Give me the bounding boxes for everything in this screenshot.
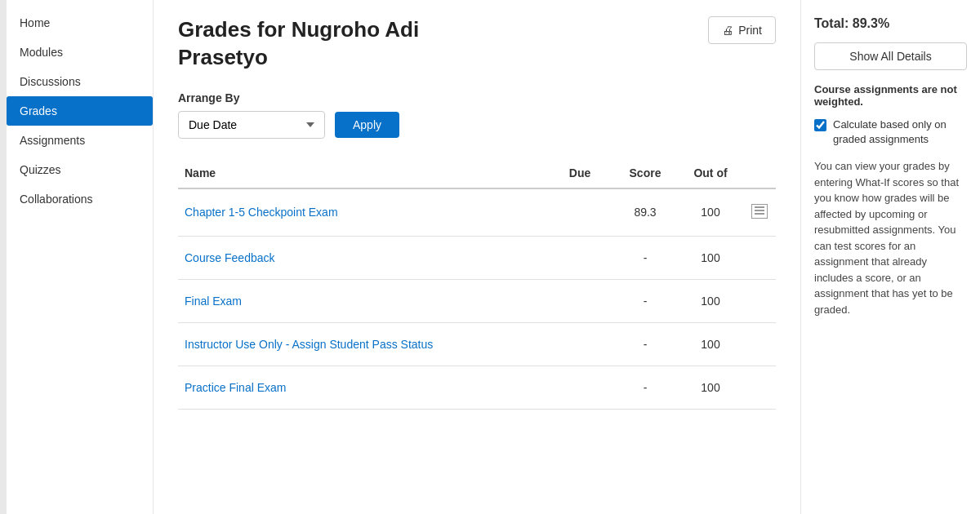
page-title-line1: Grades for Nugroho Adi bbox=[178, 17, 419, 42]
print-icon: 🖨 bbox=[722, 24, 733, 37]
sidebar-item-quizzes[interactable]: Quizzes bbox=[7, 155, 153, 184]
arrange-by-controls: Due Date Assignment Name Assignment Grou… bbox=[178, 111, 776, 139]
action-cell-3 bbox=[743, 322, 776, 366]
assignment-link-practice-final[interactable]: Practice Final Exam bbox=[185, 381, 286, 394]
page-title-line2: Prasetyo bbox=[178, 45, 268, 69]
sidebar-item-discussions[interactable]: Discussions bbox=[7, 67, 153, 96]
sidebar-item-home[interactable]: Home bbox=[7, 8, 153, 38]
score-cell-1: - bbox=[612, 236, 678, 279]
score-cell-4: - bbox=[612, 366, 678, 409]
grades-table-body: Chapter 1-5 Checkpoint Exam 89.3 100 Cou… bbox=[178, 188, 776, 410]
due-cell-1 bbox=[547, 236, 612, 279]
arrange-by-label: Arrange By bbox=[178, 91, 776, 104]
due-cell-2 bbox=[547, 279, 612, 322]
navigation-sidebar: Home Modules Discussions Grades Assignme… bbox=[7, 0, 154, 514]
calculate-checkbox[interactable] bbox=[814, 119, 826, 131]
what-if-icon[interactable] bbox=[751, 204, 768, 219]
assignment-name-cell: Chapter 1-5 Checkpoint Exam bbox=[178, 188, 547, 237]
out-of-cell-2: 100 bbox=[678, 279, 743, 322]
assignment-link-instructor-only[interactable]: Instructor Use Only - Assign Student Pas… bbox=[185, 338, 433, 351]
action-cell-0 bbox=[743, 188, 776, 237]
assignment-link-feedback[interactable]: Course Feedback bbox=[185, 251, 275, 264]
show-all-details-button[interactable]: Show All Details bbox=[814, 42, 967, 70]
table-row: Instructor Use Only - Assign Student Pas… bbox=[178, 322, 776, 366]
col-header-action bbox=[743, 158, 776, 188]
assignment-name-cell: Instructor Use Only - Assign Student Pas… bbox=[178, 322, 547, 366]
out-of-cell-1: 100 bbox=[678, 236, 743, 279]
due-cell-4 bbox=[547, 366, 612, 409]
sidebar-strip bbox=[0, 0, 7, 514]
score-cell-3: - bbox=[612, 322, 678, 366]
sidebar-item-modules[interactable]: Modules bbox=[7, 38, 153, 67]
arrange-by-select[interactable]: Due Date Assignment Name Assignment Grou… bbox=[178, 111, 325, 139]
what-if-description: You can view your grades by entering Wha… bbox=[814, 158, 967, 317]
right-sidebar: Total: 89.3% Show All Details Course ass… bbox=[800, 0, 980, 514]
table-row: Final Exam - 100 bbox=[178, 279, 776, 322]
table-row: Chapter 1-5 Checkpoint Exam 89.3 100 bbox=[178, 188, 776, 237]
assignment-name-cell: Practice Final Exam bbox=[178, 366, 547, 409]
action-cell-4 bbox=[743, 366, 776, 409]
page-header: Grades for Nugroho Adi Prasetyo 🖨 Print bbox=[178, 16, 776, 72]
due-cell-3 bbox=[547, 322, 612, 366]
out-of-cell-3: 100 bbox=[678, 322, 743, 366]
calculate-checkbox-row: Calculate based only on graded assignmen… bbox=[814, 117, 967, 147]
assignment-link-final-exam[interactable]: Final Exam bbox=[185, 295, 242, 308]
out-of-cell-0: 100 bbox=[678, 188, 743, 237]
grades-table-header-row: Name Due Score Out of bbox=[178, 158, 776, 188]
course-weights-note: Course assignments are not weighted. bbox=[814, 83, 967, 108]
table-row: Practice Final Exam - 100 bbox=[178, 366, 776, 409]
sidebar-item-assignments[interactable]: Assignments bbox=[7, 126, 153, 155]
due-cell-0 bbox=[547, 188, 612, 237]
col-header-out-of: Out of bbox=[678, 158, 743, 188]
col-header-name: Name bbox=[178, 158, 547, 188]
grades-table: Name Due Score Out of Chapter 1-5 Checkp… bbox=[178, 158, 776, 410]
assignment-name-cell: Final Exam bbox=[178, 279, 547, 322]
main-content: Grades for Nugroho Adi Prasetyo 🖨 Print … bbox=[154, 0, 800, 514]
apply-button[interactable]: Apply bbox=[335, 112, 399, 138]
action-cell-1 bbox=[743, 236, 776, 279]
assignment-link-chapter-exam[interactable]: Chapter 1-5 Checkpoint Exam bbox=[185, 206, 338, 219]
print-button-label: Print bbox=[738, 24, 762, 37]
col-header-due: Due bbox=[547, 158, 612, 188]
out-of-cell-4: 100 bbox=[678, 366, 743, 409]
total-label: Total: 89.3% bbox=[814, 16, 967, 31]
score-cell-0: 89.3 bbox=[612, 188, 678, 237]
arrange-by-section: Arrange By Due Date Assignment Name Assi… bbox=[178, 91, 776, 139]
action-cell-2 bbox=[743, 279, 776, 322]
sidebar-item-grades[interactable]: Grades bbox=[7, 96, 153, 126]
sidebar-item-collaborations[interactable]: Collaborations bbox=[7, 184, 153, 214]
score-cell-2: - bbox=[612, 279, 678, 322]
grades-table-header: Name Due Score Out of bbox=[178, 158, 776, 188]
print-button[interactable]: 🖨 Print bbox=[708, 16, 776, 44]
table-row: Course Feedback - 100 bbox=[178, 236, 776, 279]
assignment-name-cell: Course Feedback bbox=[178, 236, 547, 279]
col-header-score: Score bbox=[612, 158, 678, 188]
page-title: Grades for Nugroho Adi Prasetyo bbox=[178, 16, 419, 72]
calculate-checkbox-label: Calculate based only on graded assignmen… bbox=[833, 117, 967, 147]
